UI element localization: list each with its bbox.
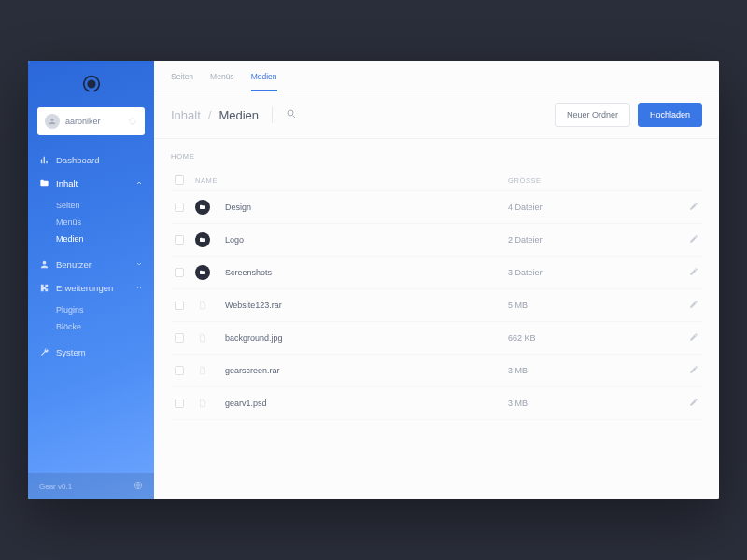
app-window: aaroniker DashboardInhaltSeitenMenüsMedi… xyxy=(28,61,719,499)
nav-sub-item-medien[interactable]: Medien xyxy=(56,231,154,247)
home-label[interactable]: HOME xyxy=(171,152,702,161)
file-icon xyxy=(195,396,210,411)
select-all-checkbox[interactable] xyxy=(175,175,184,185)
nav-sub-item-plugins[interactable]: Plugins xyxy=(56,301,154,318)
chevron-up-icon xyxy=(135,283,143,293)
svg-point-1 xyxy=(43,261,47,265)
row-checkbox[interactable] xyxy=(175,203,184,212)
nav-item-erweiterungen[interactable]: Erweiterungen xyxy=(28,276,154,300)
row-size: 2 Dateien xyxy=(508,235,676,245)
table-row[interactable]: Website123.rar 5 MB xyxy=(171,289,702,322)
table-row[interactable]: gearv1.psd 3 MB xyxy=(171,387,702,420)
edit-icon[interactable] xyxy=(689,234,698,245)
tab-seiten[interactable]: Seiten xyxy=(171,72,193,91)
row-checkbox[interactable] xyxy=(175,333,184,343)
folder-icon xyxy=(195,232,210,247)
tabs: SeitenMenüsMedien xyxy=(154,61,719,91)
version-label: Gear v0.1 xyxy=(39,483,72,491)
nav: DashboardInhaltSeitenMenüsMedienBenutzer… xyxy=(28,147,154,473)
avatar-icon xyxy=(45,114,60,129)
nav-item-system[interactable]: System xyxy=(28,341,154,364)
row-name: Design xyxy=(225,203,251,212)
nav-item-benutzer[interactable]: Benutzer xyxy=(28,253,154,276)
nav-sub-item-menüs[interactable]: Menüs xyxy=(56,214,154,231)
nav-sub-item-blöcke[interactable]: Blöcke xyxy=(56,318,154,335)
svg-point-0 xyxy=(50,119,53,121)
header: Inhalt / Medien Neuer Ordner Hochladen xyxy=(154,91,719,139)
table-row[interactable]: Screenshots 3 Dateien xyxy=(171,257,702,289)
edit-icon[interactable] xyxy=(689,300,698,311)
breadcrumb-parent[interactable]: Inhalt xyxy=(171,108,201,122)
row-size: 3 Dateien xyxy=(508,268,676,277)
globe-icon[interactable] xyxy=(134,481,143,492)
file-icon xyxy=(195,298,210,313)
breadcrumb: Inhalt / Medien xyxy=(171,108,259,122)
upload-button[interactable]: Hochladen xyxy=(638,103,702,127)
logo xyxy=(28,61,154,104)
sidebar: aaroniker DashboardInhaltSeitenMenüsMedi… xyxy=(28,61,154,499)
row-name: gearscreen.rar xyxy=(225,366,280,375)
row-checkbox[interactable] xyxy=(175,399,184,408)
svg-point-3 xyxy=(288,110,293,116)
tab-medien[interactable]: Medien xyxy=(251,72,277,91)
folder-icon xyxy=(39,178,49,189)
table-row[interactable]: Design 4 Dateien xyxy=(171,191,702,224)
header-actions: Neuer Ordner Hochladen xyxy=(555,103,702,127)
edit-icon[interactable] xyxy=(689,332,698,343)
table-header: NAME GRÖSSE xyxy=(171,170,702,191)
nav-sub-item-seiten[interactable]: Seiten xyxy=(56,197,154,214)
folder-icon xyxy=(195,200,210,215)
search-button[interactable] xyxy=(286,106,297,123)
refresh-icon[interactable] xyxy=(128,113,137,130)
table-row[interactable]: Logo 2 Dateien xyxy=(171,224,702,257)
row-size: 3 MB xyxy=(508,399,676,408)
nav-item-label: Benutzer xyxy=(56,259,92,270)
chevron-down-icon xyxy=(135,259,143,270)
file-icon xyxy=(195,363,210,378)
column-size[interactable]: GRÖSSE xyxy=(508,176,676,185)
row-size: 662 KB xyxy=(508,333,676,343)
nav-item-label: Inhalt xyxy=(56,178,78,189)
sidebar-footer: Gear v0.1 xyxy=(28,473,154,499)
edit-icon[interactable] xyxy=(689,267,698,278)
user-card[interactable]: aaroniker xyxy=(37,107,145,135)
edit-icon[interactable] xyxy=(689,202,698,213)
row-name: gearv1.psd xyxy=(225,399,267,408)
edit-icon[interactable] xyxy=(689,365,698,376)
nav-item-dashboard[interactable]: Dashboard xyxy=(28,148,154,172)
edit-icon[interactable] xyxy=(689,398,698,409)
row-checkbox[interactable] xyxy=(175,366,184,375)
new-folder-button[interactable]: Neuer Ordner xyxy=(555,103,630,127)
table-row[interactable]: background.jpg 662 KB xyxy=(171,322,702,355)
row-name: Screenshots xyxy=(225,268,272,277)
row-size: 5 MB xyxy=(508,301,676,310)
user-icon xyxy=(39,259,49,270)
svg-line-4 xyxy=(293,116,296,119)
row-checkbox[interactable] xyxy=(175,268,184,277)
nav-item-label: Dashboard xyxy=(56,155,99,165)
row-name: Logo xyxy=(225,235,244,245)
nav-item-label: Erweiterungen xyxy=(56,283,113,293)
tab-menüs[interactable]: Menüs xyxy=(210,72,234,91)
chart-icon xyxy=(39,155,49,165)
breadcrumb-current: Medien xyxy=(218,108,259,122)
row-size: 3 MB xyxy=(508,366,676,375)
row-checkbox[interactable] xyxy=(175,235,184,245)
nav-item-inhalt[interactable]: Inhalt xyxy=(28,172,154,195)
puzzle-icon xyxy=(39,283,49,293)
row-name: background.jpg xyxy=(225,333,283,343)
row-checkbox[interactable] xyxy=(175,301,184,310)
user-name: aaroniker xyxy=(65,117,122,126)
file-icon xyxy=(195,330,210,345)
content: HOME NAME GRÖSSE Design 4 Dateien Logo 2… xyxy=(154,139,719,499)
row-name: Website123.rar xyxy=(225,301,282,310)
nav-item-label: System xyxy=(56,347,86,357)
main: SeitenMenüsMedien Inhalt / Medien Neuer … xyxy=(154,61,719,499)
column-name[interactable]: NAME xyxy=(195,176,508,185)
table-row[interactable]: gearscreen.rar 3 MB xyxy=(171,355,702,387)
chevron-up-icon xyxy=(135,178,143,189)
breadcrumb-separator: / xyxy=(208,108,212,122)
divider xyxy=(272,106,273,123)
wrench-icon xyxy=(39,347,49,357)
row-size: 4 Dateien xyxy=(508,203,676,212)
